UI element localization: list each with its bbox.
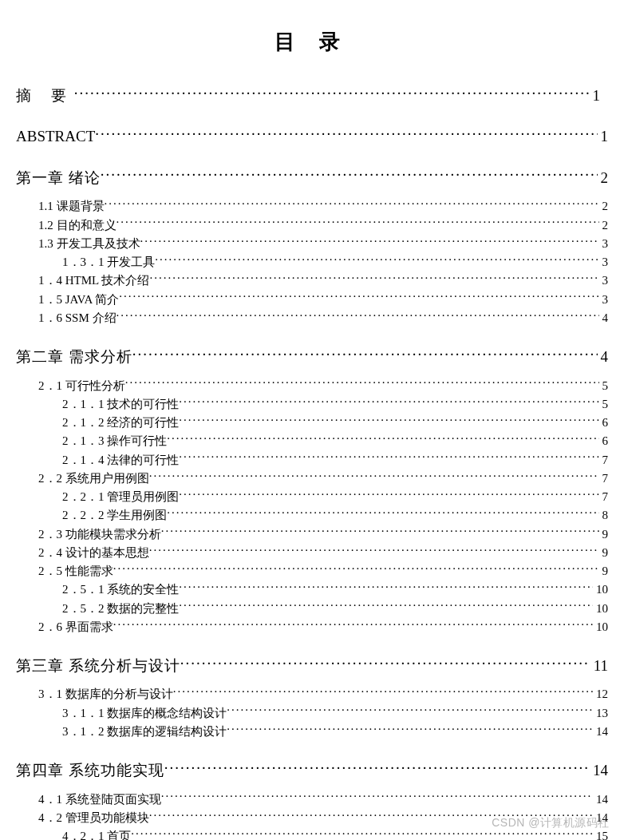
toc-leader-dots — [227, 705, 593, 717]
toc-entry-page: 7 — [599, 470, 609, 488]
toc-leader-dots — [149, 545, 599, 557]
toc-leader-dots — [167, 433, 598, 445]
toc-entry-page: 11 — [590, 654, 608, 677]
toc-leader-dots — [117, 217, 599, 229]
toc-entry-label: 2．2．1 管理员用例图 — [62, 488, 179, 506]
toc-entry: ABSTRACT1 — [16, 125, 608, 148]
toc-entry: 摘 要1 — [16, 84, 608, 107]
toc-entry: 2．4 设计的基本思想9 — [16, 544, 608, 562]
toc-entry-label: 1．6 SSM 介绍 — [38, 309, 117, 327]
toc-entry-label: 2．1．3 操作可行性 — [62, 432, 167, 450]
watermark-text: CSDN @计算机源码社 — [492, 816, 610, 830]
toc-leader-dots — [179, 396, 598, 408]
toc-entry-label: 2．5．1 系统的安全性 — [62, 580, 179, 599]
toc-entry-page: 2 — [599, 216, 609, 235]
toc-entry-page: 10 — [593, 618, 608, 636]
toc-leader-dots — [227, 723, 593, 735]
toc-leader-dots — [95, 126, 597, 141]
toc-entry-page: 7 — [599, 488, 609, 506]
toc-leader-dots — [179, 414, 598, 426]
toc-leader-dots — [167, 507, 598, 519]
toc-entry-label: 第三章 系统分析与设计 — [16, 654, 180, 677]
toc-entry: 1．4 HTML 技术介绍3 — [16, 271, 608, 290]
table-of-contents: 摘 要1ABSTRACT1第一章 绪论21.1 课题背景21.2 目的和意义21… — [16, 84, 608, 840]
toc-entry: 2．1．4 法律的可行性7 — [16, 451, 608, 470]
toc-entry: 1.1 课题背景2 — [16, 197, 608, 216]
toc-entry-page: 10 — [593, 580, 608, 599]
toc-leader-dots — [101, 168, 598, 183]
toc-entry-page: 3 — [599, 235, 609, 253]
toc-entry: 2．1．2 经济的可行性6 — [16, 414, 608, 432]
toc-entry-label: 2．3 功能模块需求分析 — [38, 525, 161, 544]
toc-leader-dots — [164, 760, 590, 775]
toc-entry: 1.2 目的和意义2 — [16, 216, 608, 235]
toc-leader-dots — [117, 310, 599, 322]
toc-leader-dots — [149, 470, 599, 482]
toc-entry-label: 2．1 可行性分析 — [38, 377, 125, 395]
toc-entry: 第二章 需求分析4 — [16, 345, 608, 368]
toc-entry-label: 2．5 性能需求 — [38, 562, 113, 580]
toc-leader-dots — [113, 619, 593, 631]
toc-leader-dots — [179, 452, 598, 464]
toc-entry: 2．2．1 管理员用例图7 — [16, 488, 608, 506]
toc-entry-page: 14 — [590, 759, 608, 782]
toc-entry: 3．1．1 数据库的概念结构设计13 — [16, 704, 608, 723]
toc-leader-dots — [180, 656, 590, 671]
toc-entry: 2．6 界面需求10 — [16, 618, 608, 636]
toc-entry-page: 1 — [590, 84, 609, 107]
toc-leader-dots — [161, 526, 599, 538]
toc-entry-page: 1 — [598, 125, 609, 148]
toc-entry: 3．1．2 数据库的逻辑结构设计14 — [16, 723, 608, 741]
toc-entry: 2．3 功能模块需求分析9 — [16, 525, 608, 544]
toc-entry-page: 14 — [593, 723, 608, 741]
toc-leader-dots — [149, 272, 598, 284]
toc-entry-label: 2．2 系统用户用例图 — [38, 470, 149, 488]
toc-entry-page: 12 — [593, 685, 608, 703]
toc-entry-label: 3．1．1 数据库的概念结构设计 — [62, 704, 227, 723]
toc-leader-dots — [179, 489, 598, 501]
toc-entry-label: 1.2 目的和意义 — [38, 216, 117, 235]
toc-entry: 2．2 系统用户用例图7 — [16, 470, 608, 488]
toc-entry-label: 2．1．4 法律的可行性 — [62, 451, 179, 470]
toc-entry-label: 4．1 系统登陆页面实现 — [38, 790, 161, 809]
toc-entry-page: 3 — [599, 271, 609, 290]
toc-leader-dots — [173, 686, 593, 698]
toc-entry-label: 2．2．2 学生用例图 — [62, 506, 167, 525]
toc-entry-label: 1.1 课题背景 — [38, 197, 105, 216]
toc-leader-dots — [125, 378, 599, 390]
toc-entry-label: 2．4 设计的基本思想 — [38, 544, 149, 562]
toc-entry-label: 3．1 数据库的分析与设计 — [38, 685, 173, 703]
toc-entry: 2．1．1 技术的可行性5 — [16, 395, 608, 414]
toc-leader-dots — [179, 600, 593, 612]
toc-entry: 第四章 系统功能实现14 — [16, 759, 608, 782]
toc-leader-dots — [74, 85, 590, 101]
toc-entry-page: 10 — [593, 600, 608, 618]
toc-entry-label: 1．4 HTML 技术介绍 — [38, 271, 149, 290]
toc-entry-page: 2 — [599, 197, 609, 216]
toc-entry: 第一章 绪论2 — [16, 166, 608, 189]
toc-entry-page: 6 — [599, 432, 609, 450]
toc-entry: 1．5 JAVA 简介3 — [16, 291, 608, 309]
toc-entry-page: 3 — [599, 253, 609, 271]
toc-entry-label: 4．2．1 首页 — [62, 827, 131, 840]
toc-entry: 4．1 系统登陆页面实现14 — [16, 790, 608, 809]
toc-entry: 1．3．1 开发工具3 — [16, 253, 608, 271]
toc-entry-label: 1．3．1 开发工具 — [62, 253, 155, 271]
toc-entry-page: 2 — [598, 166, 609, 189]
toc-entry-label: 摘 要 — [16, 84, 74, 107]
toc-entry: 2．2．2 学生用例图8 — [16, 506, 608, 525]
toc-entry: 2．1 可行性分析5 — [16, 377, 608, 395]
toc-entry-page: 6 — [599, 414, 609, 432]
toc-leader-dots — [161, 791, 593, 803]
toc-entry-label: 2．6 界面需求 — [38, 618, 113, 636]
toc-entry-label: 3．1．2 数据库的逻辑结构设计 — [62, 723, 227, 741]
toc-entry-label: 4．2 管理员功能模块 — [38, 809, 149, 827]
toc-leader-dots — [179, 581, 593, 593]
toc-entry: 2．5．1 系统的安全性10 — [16, 580, 608, 599]
toc-entry-label: 2．5．2 数据的完整性 — [62, 600, 179, 618]
toc-entry-page: 13 — [593, 704, 608, 723]
toc-leader-dots — [119, 291, 598, 303]
toc-entry-page: 9 — [599, 544, 609, 562]
toc-leader-dots — [132, 347, 598, 362]
toc-entry-label: 1．5 JAVA 简介 — [38, 291, 119, 309]
